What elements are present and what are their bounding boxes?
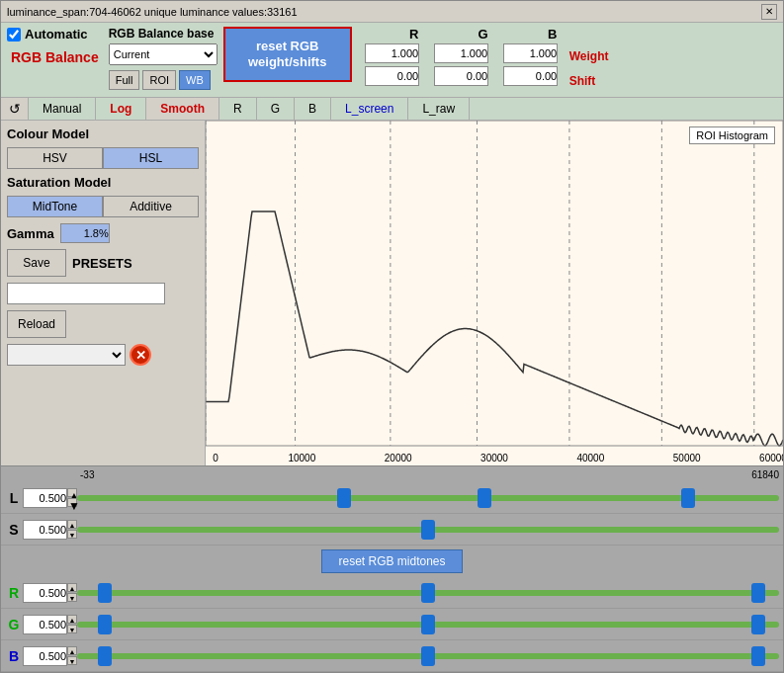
r-handle-2[interactable] xyxy=(421,583,435,603)
delete-button[interactable]: ✕ xyxy=(130,344,151,366)
l-slider-row: L ▲ ▼ xyxy=(1,482,783,514)
g-spinner-up[interactable]: ▲ xyxy=(67,615,77,624)
b-slider-track[interactable] xyxy=(77,650,779,662)
refresh-button[interactable]: ↺ xyxy=(1,98,29,120)
l-handle-2[interactable] xyxy=(478,488,491,508)
automatic-checkbox[interactable] xyxy=(7,28,21,42)
roi-button[interactable]: ROI xyxy=(142,70,176,90)
g-handle-2[interactable] xyxy=(421,615,435,634)
colour-model-buttons: HSV HSL xyxy=(7,147,199,169)
automatic-row: Automatic xyxy=(7,27,103,42)
r-handle-1[interactable] xyxy=(98,583,112,603)
hsv-button[interactable]: HSV xyxy=(7,147,103,169)
s-spinner-down[interactable]: ▼ xyxy=(67,530,77,539)
tab-r[interactable]: R xyxy=(219,98,257,120)
r-handle-3[interactable] xyxy=(751,583,765,603)
tab-l-screen[interactable]: L_screen xyxy=(331,98,408,120)
b-weight-input[interactable] xyxy=(503,43,558,63)
reload-button[interactable]: Reload xyxy=(7,310,66,338)
s-slider-track[interactable] xyxy=(77,524,779,536)
weight-shift-labels: Weight Shift xyxy=(569,43,609,93)
rgb-spinners: R G B Weight Shift xyxy=(358,27,609,93)
preset-input[interactable] xyxy=(7,283,165,304)
gamma-label: Gamma xyxy=(7,226,54,241)
colour-model-title: Colour Model xyxy=(7,126,199,141)
chart-area: ROI Histogram xyxy=(206,121,783,465)
tab-g[interactable]: G xyxy=(257,98,295,120)
l-spinner-down[interactable]: ▼ xyxy=(67,498,77,507)
window-title: luminance_span:704-46062 unique luminanc… xyxy=(7,6,298,18)
saturation-buttons: MidTone Additive xyxy=(7,196,199,217)
select-delete-row: ✕ xyxy=(7,344,199,366)
reload-row: Reload xyxy=(7,310,199,338)
wb-button[interactable]: WB xyxy=(179,70,211,90)
presets-label: PRESETS xyxy=(72,256,132,271)
automatic-label: Automatic xyxy=(25,27,88,42)
b-handle-2[interactable] xyxy=(421,646,435,666)
title-bar: luminance_span:704-46062 unique luminanc… xyxy=(1,1,783,23)
tab-l-raw[interactable]: L_raw xyxy=(408,98,470,120)
s-handle-1[interactable] xyxy=(421,520,435,540)
reset-rgb-button[interactable]: reset RGBweight/shifts xyxy=(223,27,352,82)
current-select[interactable]: Current Auto Manual xyxy=(109,43,218,65)
r-shift-input[interactable] xyxy=(365,66,419,86)
l-value-input[interactable] xyxy=(23,488,67,508)
tabs-row: ↺ Manual Log Smooth R G B L_screen L_raw xyxy=(1,98,783,121)
rgb-balance-label: RGB Balance xyxy=(7,47,103,67)
g-header: G xyxy=(449,27,518,42)
g-spinner-down[interactable]: ▼ xyxy=(67,625,77,633)
g-slider-track[interactable] xyxy=(77,619,779,631)
l-label: L xyxy=(5,490,23,506)
r-weight-input[interactable] xyxy=(365,43,419,63)
r-spinner-up[interactable]: ▲ xyxy=(67,583,77,592)
r-spinner-down[interactable]: ▼ xyxy=(67,593,77,602)
gamma-row: Gamma xyxy=(7,223,199,243)
left-panel: Colour Model HSV HSL Saturation Model Mi… xyxy=(1,121,206,465)
tab-log[interactable]: Log xyxy=(96,98,146,120)
preset-select[interactable] xyxy=(7,344,126,366)
l-handle-1[interactable] xyxy=(337,488,351,508)
g-value-input[interactable] xyxy=(23,615,67,634)
g-shift-input[interactable] xyxy=(434,66,488,86)
reset-midtones-row: reset RGB midtones xyxy=(1,546,783,577)
full-button[interactable]: Full xyxy=(109,70,140,90)
close-button[interactable]: ✕ xyxy=(761,4,777,20)
g-handle-3[interactable] xyxy=(751,615,765,634)
l-spinner-up[interactable]: ▲ xyxy=(67,488,77,497)
reset-midtones-button[interactable]: reset RGB midtones xyxy=(321,549,462,573)
g-label: G xyxy=(5,617,23,632)
hsl-button[interactable]: HSL xyxy=(103,147,199,169)
l-handle-3[interactable] xyxy=(681,488,695,508)
shift-label: Shift xyxy=(569,74,609,88)
b-spinner-up[interactable]: ▲ xyxy=(67,646,77,655)
r-header: R xyxy=(380,27,449,42)
gamma-input[interactable] xyxy=(60,223,110,243)
b-spinner-down[interactable]: ▼ xyxy=(67,656,77,665)
r-value-input[interactable] xyxy=(23,583,67,603)
s-value-input[interactable] xyxy=(23,520,67,540)
b-handle-3[interactable] xyxy=(751,646,765,666)
s-spinner-up[interactable]: ▲ xyxy=(67,520,77,529)
tab-manual[interactable]: Manual xyxy=(29,98,96,120)
b-handle-1[interactable] xyxy=(98,646,112,666)
g-slider-row: G ▲ ▼ xyxy=(1,609,783,640)
g-weight-input[interactable] xyxy=(434,43,488,63)
midtone-button[interactable]: MidTone xyxy=(7,196,103,217)
b-header: B xyxy=(518,27,587,42)
r-slider-track[interactable] xyxy=(77,587,779,599)
l-slider-track[interactable] xyxy=(77,492,779,504)
additive-button[interactable]: Additive xyxy=(103,196,199,217)
r-label: R xyxy=(5,585,23,601)
b-value-input[interactable] xyxy=(23,646,67,666)
value-labels-row: -33 61840 xyxy=(1,466,783,482)
g-handle-1[interactable] xyxy=(98,615,112,634)
b-shift-input[interactable] xyxy=(503,66,558,86)
tab-smooth[interactable]: Smooth xyxy=(146,98,219,120)
main-content: Colour Model HSV HSL Saturation Model Mi… xyxy=(1,121,783,465)
value-61840: 61840 xyxy=(751,469,779,480)
s-slider-row: S ▲ ▼ xyxy=(1,514,783,546)
top-controls: Automatic RGB Balance RGB Balance base C… xyxy=(1,23,783,98)
save-button[interactable]: Save xyxy=(7,249,66,277)
tab-b[interactable]: B xyxy=(295,98,331,120)
saturation-title: Saturation Model xyxy=(7,175,199,190)
